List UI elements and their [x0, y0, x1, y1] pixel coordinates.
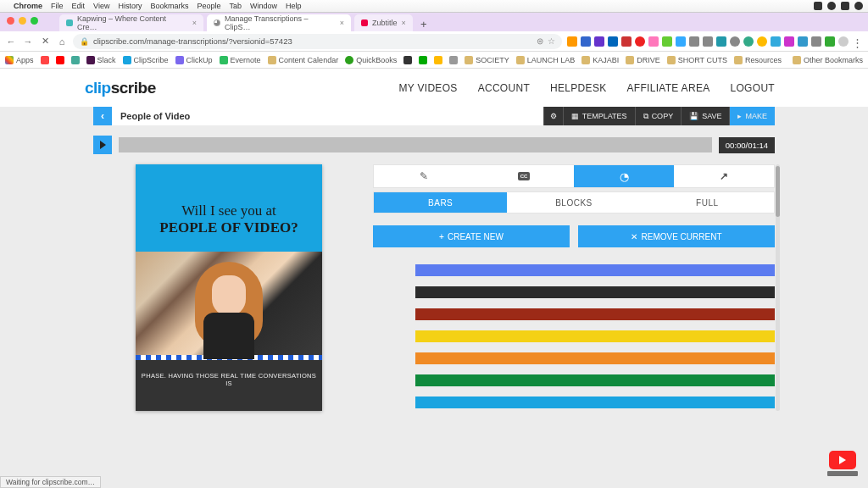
nav-logout[interactable]: LOGOUT	[731, 82, 775, 94]
extension-icon[interactable]	[689, 36, 699, 47]
bookmark-item[interactable]	[41, 56, 49, 64]
video-preview[interactable]: Will I see you at PEOPLE OF VIDEO? PHASE…	[136, 164, 322, 411]
make-button[interactable]: ▸MAKE	[729, 107, 775, 125]
style-blocks[interactable]: BLOCKS	[507, 192, 640, 213]
close-tab-icon[interactable]: ×	[402, 19, 406, 27]
bookmark-item[interactable]	[434, 56, 442, 64]
tab-style[interactable]	[374, 165, 474, 187]
extension-icon[interactable]	[798, 36, 808, 47]
bookmark-folder[interactable]: LAUNCH LAB	[516, 56, 576, 64]
settings-button[interactable]: ⚙	[543, 107, 563, 125]
bookmark-slack[interactable]: Slack	[86, 56, 116, 64]
extension-icon[interactable]	[662, 36, 672, 47]
bookmark-apps[interactable]: Apps	[5, 56, 34, 64]
remove-current-button[interactable]: ✕REMOVE CURRENT	[578, 225, 775, 247]
save-button[interactable]: 💾SAVE	[681, 107, 729, 125]
status-icon[interactable]	[854, 2, 863, 10]
app-name[interactable]: Chrome	[14, 2, 42, 10]
extension-icon[interactable]	[594, 36, 604, 47]
browser-tab[interactable]: Kapwing – Where Content Cre… ×	[59, 14, 203, 31]
scrollbar[interactable]	[776, 164, 780, 411]
profile-avatar[interactable]	[838, 36, 849, 47]
extension-icon[interactable]	[730, 36, 740, 47]
home-button[interactable]: ⌂	[56, 36, 68, 47]
style-bars[interactable]: BARS	[374, 192, 507, 213]
color-bar[interactable]	[415, 396, 775, 408]
forward-button[interactable]: →	[22, 36, 34, 47]
bookmark-evernote[interactable]: Evernote	[220, 56, 261, 64]
extension-icon[interactable]	[608, 36, 618, 47]
color-bar[interactable]	[415, 352, 775, 364]
close-tab-icon[interactable]: ×	[192, 19, 197, 27]
nav-helpdesk[interactable]: HELPDESK	[550, 82, 606, 94]
extension-icon[interactable]	[784, 36, 794, 47]
extension-icon[interactable]	[757, 36, 767, 47]
color-bar[interactable]	[415, 308, 775, 320]
stop-button[interactable]: ✕	[39, 36, 51, 47]
tab-export[interactable]	[674, 165, 774, 187]
bookmark-folder[interactable]: SHORT CUTS	[667, 56, 727, 64]
color-bar[interactable]	[415, 330, 775, 342]
nav-my-videos[interactable]: MY VIDEOS	[398, 82, 457, 94]
bookmark-folder[interactable]: DRIVE	[626, 56, 660, 64]
extension-icon[interactable]	[581, 36, 591, 47]
bookmark-item[interactable]	[56, 56, 64, 64]
youtube-overlay-icon[interactable]	[829, 451, 856, 469]
menu-history[interactable]: History	[118, 2, 142, 10]
extension-icon[interactable]	[743, 36, 754, 47]
bookmark-item[interactable]	[419, 56, 427, 64]
menu-tab[interactable]: Tab	[229, 2, 242, 10]
back-button[interactable]: ←	[5, 36, 17, 47]
close-tab-icon[interactable]: ×	[340, 19, 344, 27]
nav-affiliate[interactable]: AFFILIATE AREA	[627, 82, 710, 94]
bookmark-item[interactable]	[449, 56, 458, 64]
copy-button[interactable]: ⧉COPY	[635, 107, 682, 125]
fullscreen-window-button[interactable]	[31, 17, 38, 25]
bookmark-quickbooks[interactable]: QuickBooks	[345, 56, 397, 64]
color-bar[interactable]	[415, 264, 775, 276]
browser-tab-active[interactable]: Manage Transcriptions – ClipS… ×	[207, 14, 351, 31]
menu-file[interactable]: File	[51, 2, 64, 10]
extension-icon[interactable]	[811, 36, 821, 47]
back-button[interactable]: ‹	[93, 107, 112, 125]
new-tab-button[interactable]: +	[416, 16, 431, 31]
menu-people[interactable]: People	[197, 2, 220, 10]
bookmark-clickup[interactable]: ClickUp	[175, 56, 213, 64]
reader-icon[interactable]: ⊜	[537, 36, 543, 46]
bookmark-item[interactable]	[403, 56, 412, 64]
star-icon[interactable]: ☆	[548, 36, 555, 46]
menu-bookmarks[interactable]: Bookmarks	[150, 2, 188, 10]
browser-tab[interactable]: Zubtitle ×	[354, 14, 413, 31]
extension-icon[interactable]	[825, 36, 835, 47]
color-bar[interactable]	[415, 374, 775, 386]
status-icon[interactable]	[814, 2, 822, 10]
nav-account[interactable]: ACCOUNT	[478, 82, 530, 94]
clipscribe-logo[interactable]: clipscribe	[85, 79, 156, 97]
chrome-menu-icon[interactable]: ⋮	[852, 36, 863, 47]
style-full[interactable]: FULL	[641, 192, 774, 213]
menu-window[interactable]: Window	[250, 2, 277, 10]
close-window-button[interactable]	[7, 17, 14, 25]
extension-icon[interactable]	[676, 36, 686, 47]
bookmark-folder[interactable]: Content Calendar	[268, 56, 339, 64]
extension-icon[interactable]	[635, 36, 645, 47]
extension-icon[interactable]	[567, 36, 577, 47]
other-bookmarks[interactable]: Other Bookmarks	[793, 56, 863, 64]
bookmark-folder[interactable]: KAJABI	[581, 56, 619, 64]
templates-button[interactable]: ▦TEMPLATES	[563, 107, 635, 125]
create-new-button[interactable]: +CREATE NEW	[373, 225, 570, 247]
tab-captions[interactable]: CC	[474, 165, 574, 187]
youtube-subscribe-overlay[interactable]	[827, 471, 858, 476]
play-button[interactable]	[93, 136, 112, 154]
bookmark-folder[interactable]: SOCIETY	[465, 56, 509, 64]
minimize-window-button[interactable]	[19, 17, 26, 25]
address-bar[interactable]: 🔒 clipscribe.com/manage-transcriptions/?…	[73, 34, 562, 49]
extension-icon[interactable]	[621, 36, 632, 47]
menu-help[interactable]: Help	[286, 2, 302, 10]
extension-icon[interactable]	[771, 36, 781, 47]
bookmark-folder[interactable]: Resources	[734, 56, 782, 64]
extension-icon[interactable]	[716, 36, 726, 47]
status-icon[interactable]	[827, 2, 836, 10]
extension-icon[interactable]	[703, 36, 713, 47]
menu-view[interactable]: View	[93, 2, 109, 10]
